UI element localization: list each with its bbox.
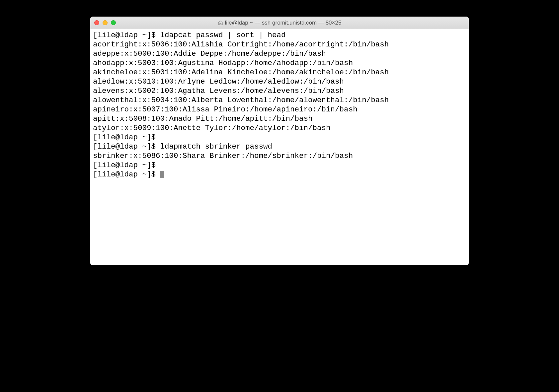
prompt-line: [lile@ldap ~]$ ldapmatch sbrinker passwd: [93, 142, 466, 151]
output-line: alevens:x:5002:100:Agatha Levens:/home/a…: [93, 86, 466, 96]
traffic-lights: [94, 20, 116, 25]
terminal-viewport[interactable]: [lile@ldap ~]$ ldapcat passwd | sort | h…: [90, 29, 469, 265]
output-line: acortright:x:5006:100:Alishia Cortright:…: [93, 40, 466, 49]
cursor: [160, 171, 164, 178]
prompt: [lile@ldap ~]$: [93, 161, 160, 169]
prompt: [lile@ldap ~]$: [93, 133, 160, 142]
output-line: sbrinker:x:5086:100:Shara Brinker:/home/…: [93, 151, 466, 161]
output-line: atylor:x:5009:100:Anette Tylor:/home/aty…: [93, 123, 466, 133]
output-line: ahodapp:x:5003:100:Agustina Hodapp:/home…: [93, 58, 466, 68]
window-title: lile@ldap:~ — ssh gromit.unistd.com — 80…: [225, 20, 342, 26]
prompt-line: [lile@ldap ~]$ ldapcat passwd | sort | h…: [93, 31, 466, 40]
titlebar[interactable]: lile@ldap:~ — ssh gromit.unistd.com — 80…: [90, 17, 469, 29]
prompt-line: [lile@ldap ~]$: [93, 170, 466, 179]
output-line: adeppe:x:5000:100:Addie Deppe:/home/adep…: [93, 49, 466, 58]
prompt-line: [lile@ldap ~]$: [93, 133, 466, 142]
prompt: [lile@ldap ~]$: [93, 142, 160, 151]
maximize-button[interactable]: [111, 20, 116, 25]
window-title-container: lile@ldap:~ — ssh gromit.unistd.com — 80…: [90, 20, 469, 26]
close-button[interactable]: [94, 20, 99, 25]
prompt-line: [lile@ldap ~]$: [93, 161, 466, 170]
terminal-window: lile@ldap:~ — ssh gromit.unistd.com — 80…: [90, 17, 469, 265]
output-line: aledlow:x:5010:100:Arlyne Ledlow:/home/a…: [93, 77, 466, 86]
output-line: alowenthal:x:5004:100:Alberta Lowenthal:…: [93, 96, 466, 105]
home-icon: [218, 20, 223, 26]
command: ldapmatch sbrinker passwd: [160, 142, 273, 151]
output-line: akincheloe:x:5001:100:Adelina Kincheloe:…: [93, 68, 466, 77]
output-line: apitt:x:5008:100:Amado Pitt:/home/apitt:…: [93, 114, 466, 123]
output-line: apineiro:x:5007:100:Alissa Pineiro:/home…: [93, 105, 466, 114]
prompt: [lile@ldap ~]$: [93, 31, 160, 39]
minimize-button[interactable]: [103, 20, 108, 25]
prompt: [lile@ldap ~]$: [93, 170, 160, 179]
command: ldapcat passwd | sort | head: [160, 31, 286, 39]
